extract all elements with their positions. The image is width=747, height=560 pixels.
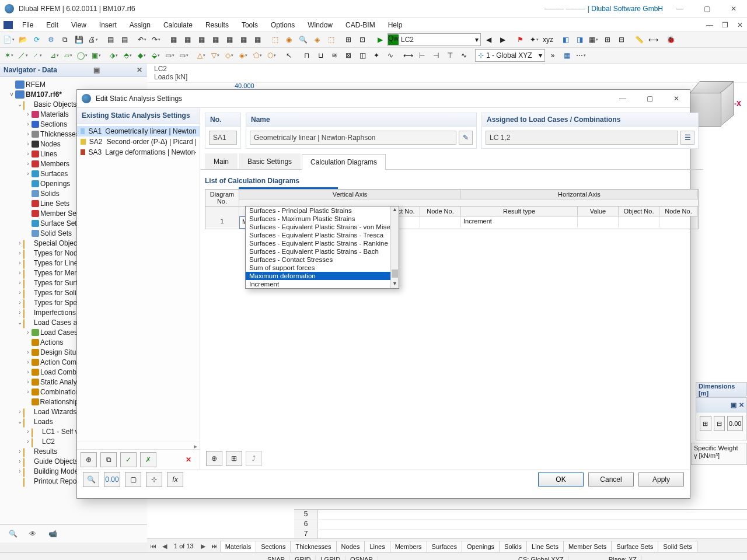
scroll-thumb[interactable] <box>392 270 398 278</box>
grid3-button[interactable]: ▦ <box>195 33 208 46</box>
s3[interactable]: ◇ <box>223 49 236 62</box>
nav-tab-display-icon[interactable]: 👁 <box>26 528 40 540</box>
p5[interactable]: ◫ <box>356 49 369 62</box>
mdi-restore[interactable]: ❐ <box>718 19 732 31</box>
menu-tools[interactable]: Tools <box>236 20 264 30</box>
grid2-button[interactable]: ▦ <box>181 33 194 46</box>
ruler-button[interactable]: 📏 <box>633 33 645 46</box>
tab-main[interactable]: Main <box>205 153 238 169</box>
script-button[interactable]: fx <box>167 472 183 487</box>
q1[interactable]: ⟷ <box>402 49 414 62</box>
row-7[interactable]: 7 <box>294 530 318 539</box>
p1[interactable]: ⊓ <box>300 49 313 62</box>
tbl-btn2[interactable]: ⊟ <box>714 416 725 431</box>
assigned-list-button[interactable]: ☰ <box>680 131 694 145</box>
table-tab[interactable]: Sections <box>256 541 291 552</box>
view1-button[interactable]: ◧ <box>559 33 572 46</box>
t4[interactable]: ⬙ <box>149 49 162 62</box>
t1[interactable]: ⬗ <box>107 49 120 62</box>
status-lgrid[interactable]: LGRID <box>316 556 345 560</box>
menu-calculate[interactable]: Calculate <box>158 20 198 30</box>
grid4-button[interactable]: ▦ <box>209 33 222 46</box>
table-tab[interactable]: Line Sets <box>526 541 564 552</box>
row1-ha-rtype[interactable]: Increment <box>461 216 578 228</box>
gear-button[interactable]: ⚙ <box>44 33 57 46</box>
status-snap[interactable]: SNAP <box>263 556 290 560</box>
table-tab[interactable]: Surfaces <box>427 541 462 552</box>
view4-button[interactable]: ⊞ <box>601 33 614 46</box>
select3-button[interactable]: ◈ <box>310 33 323 46</box>
line-tool[interactable]: ／ <box>16 49 29 62</box>
nav-tab-data-icon[interactable]: 🔍 <box>6 528 20 540</box>
dropdown-option[interactable]: Surfaces - Maximum Plastic Strains <box>246 215 399 223</box>
units-button[interactable]: 0.00 <box>104 472 120 487</box>
row1-ha-node[interactable] <box>659 216 698 228</box>
grid7-button[interactable]: ▦ <box>251 33 264 46</box>
table-tab[interactable]: Openings <box>462 541 500 552</box>
r3[interactable]: ⋯ <box>574 49 587 62</box>
s1[interactable]: △ <box>195 49 208 62</box>
view5-button[interactable]: ⊟ <box>615 33 628 46</box>
bug-button[interactable]: 🐞 <box>664 33 677 46</box>
undo-button[interactable]: ↶ <box>135 33 148 46</box>
xyz-button[interactable]: xyz <box>542 33 554 46</box>
save-button[interactable]: 💾 <box>72 33 85 46</box>
tbl-btn-val[interactable]: 0.00 <box>727 416 743 431</box>
t6[interactable]: ▭ <box>177 49 190 62</box>
status-plane[interactable]: Plane: XZ <box>604 556 642 560</box>
include-button[interactable]: ✓ <box>120 452 137 467</box>
scroll-up-icon[interactable]: ▲ <box>391 206 399 214</box>
dialog-close[interactable]: ✕ <box>663 90 690 107</box>
copy-setting-button[interactable]: ⧉ <box>100 452 117 467</box>
scroll-down-icon[interactable]: ▼ <box>391 281 399 288</box>
select2-button[interactable]: ◉ <box>282 33 295 46</box>
grid5-button[interactable]: ▦ <box>223 33 236 46</box>
doc2-button[interactable]: ▤ <box>118 33 131 46</box>
p3[interactable]: ≋ <box>328 49 341 62</box>
apply-button[interactable]: Apply <box>638 473 684 487</box>
menu-help[interactable]: Help <box>382 20 409 30</box>
q4[interactable]: ⊤ <box>444 49 456 62</box>
maximize-button[interactable]: ▢ <box>693 0 720 18</box>
name-field[interactable]: Geometrically linear | Newton-Raphson <box>250 131 456 145</box>
table-tab[interactable]: Surface Sets <box>611 541 658 552</box>
menu-window[interactable]: Window <box>302 20 338 30</box>
print-button[interactable]: 🖨 <box>86 33 99 46</box>
menu-assign[interactable]: Assign <box>124 20 156 30</box>
setting-sa3[interactable]: SA3Large deformations | Newton-Raphson <box>77 147 200 158</box>
table-tab[interactable]: Members <box>390 541 427 552</box>
misc3-button[interactable]: ✦ <box>528 33 540 46</box>
table-tab[interactable]: Thicknesses <box>290 541 336 552</box>
tab-basic[interactable]: Basic Settings <box>239 153 301 169</box>
new-button[interactable]: 📄 <box>2 33 15 46</box>
minimize-button[interactable]: — <box>666 0 693 18</box>
grid-insert-button[interactable]: ⊞ <box>226 451 242 466</box>
menu-file[interactable]: File <box>16 20 39 30</box>
setting-sa2[interactable]: SA2Second-order (P-Δ) | Picard | 100 <box>77 136 200 147</box>
loadcase-selector[interactable]: Qw LC2 ▾ <box>388 33 481 46</box>
cancel-button[interactable]: Cancel <box>588 473 634 487</box>
q5[interactable]: ∿ <box>458 49 470 62</box>
mdi-close[interactable]: ✕ <box>733 19 747 31</box>
status-cs[interactable]: CS: Global XYZ <box>514 556 569 560</box>
dropdown-option[interactable]: Maximum deformation <box>246 272 399 280</box>
row-5[interactable]: 5 <box>294 510 318 519</box>
dim-button[interactable]: ⟷ <box>647 33 659 46</box>
exclude-button[interactable]: ✗ <box>140 452 156 467</box>
misc2-button[interactable]: ⊡ <box>356 33 369 46</box>
select1-button[interactable]: ⬚ <box>268 33 281 46</box>
table-tab[interactable]: Nodes <box>336 541 365 552</box>
spreadsheet[interactable]: 5 6 7 <box>294 509 747 539</box>
open-tool[interactable]: ◯ <box>76 49 89 62</box>
tree-root[interactable]: RFEM <box>26 79 46 90</box>
grid1-button[interactable]: ▦ <box>167 33 180 46</box>
menu-view[interactable]: View <box>65 20 92 30</box>
node-tool[interactable]: ✶ <box>2 49 15 62</box>
view2-button[interactable]: ◨ <box>573 33 586 46</box>
status-grid[interactable]: GRID <box>290 556 316 560</box>
dropdown-option[interactable]: Surfaces - Equivalent Plastic Strains - … <box>246 231 399 239</box>
refresh-button[interactable]: ⟳ <box>30 33 43 46</box>
lc-prev[interactable]: ◀ <box>482 33 495 46</box>
surf-tool[interactable]: ▱ <box>62 49 75 62</box>
close-button[interactable]: ✕ <box>720 0 747 18</box>
